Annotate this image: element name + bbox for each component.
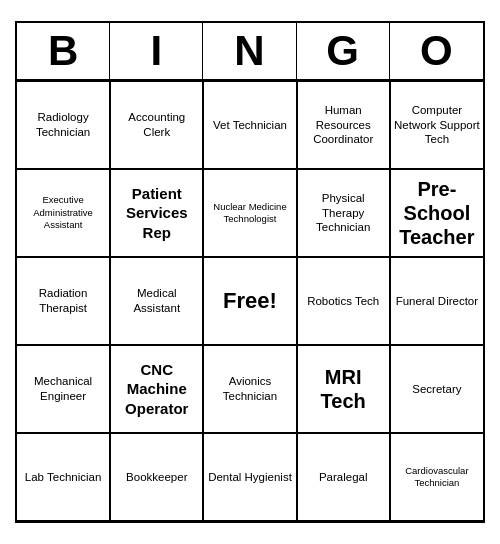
bingo-cell: Robotics Tech: [297, 257, 390, 345]
bingo-cell: Free!: [203, 257, 296, 345]
bingo-cell: Avionics Technician: [203, 345, 296, 433]
bingo-cell: Secretary: [390, 345, 483, 433]
header-letter: O: [390, 23, 483, 79]
bingo-cell: Vet Technician: [203, 81, 296, 169]
header-letter: I: [110, 23, 203, 79]
bingo-cell: Human Resources Coordinator: [297, 81, 390, 169]
bingo-cell: Physical Therapy Technician: [297, 169, 390, 257]
bingo-cell: Nuclear Medicine Technologist: [203, 169, 296, 257]
bingo-grid: Radiology TechnicianAccounting ClerkVet …: [17, 81, 483, 521]
bingo-cell: Executive Administrative Assistant: [17, 169, 110, 257]
header-letter: B: [17, 23, 110, 79]
bingo-cell: Pre-School Teacher: [390, 169, 483, 257]
bingo-cell: Radiation Therapist: [17, 257, 110, 345]
header-letter: G: [297, 23, 390, 79]
bingo-cell: MRI Tech: [297, 345, 390, 433]
bingo-cell: Accounting Clerk: [110, 81, 203, 169]
bingo-cell: Funeral Director: [390, 257, 483, 345]
bingo-cell: Dental Hygienist: [203, 433, 296, 521]
bingo-cell: Radiology Technician: [17, 81, 110, 169]
bingo-cell: Lab Technician: [17, 433, 110, 521]
bingo-cell: Medical Assistant: [110, 257, 203, 345]
bingo-card: BINGO Radiology TechnicianAccounting Cle…: [15, 21, 485, 523]
header-letter: N: [203, 23, 296, 79]
bingo-cell: Patient Services Rep: [110, 169, 203, 257]
bingo-cell: Paralegal: [297, 433, 390, 521]
bingo-cell: Mechanical Engineer: [17, 345, 110, 433]
bingo-cell: Bookkeeper: [110, 433, 203, 521]
bingo-header: BINGO: [17, 23, 483, 81]
bingo-cell: Cardiovascular Technician: [390, 433, 483, 521]
bingo-cell: Computer Network Support Tech: [390, 81, 483, 169]
bingo-cell: CNC Machine Operator: [110, 345, 203, 433]
